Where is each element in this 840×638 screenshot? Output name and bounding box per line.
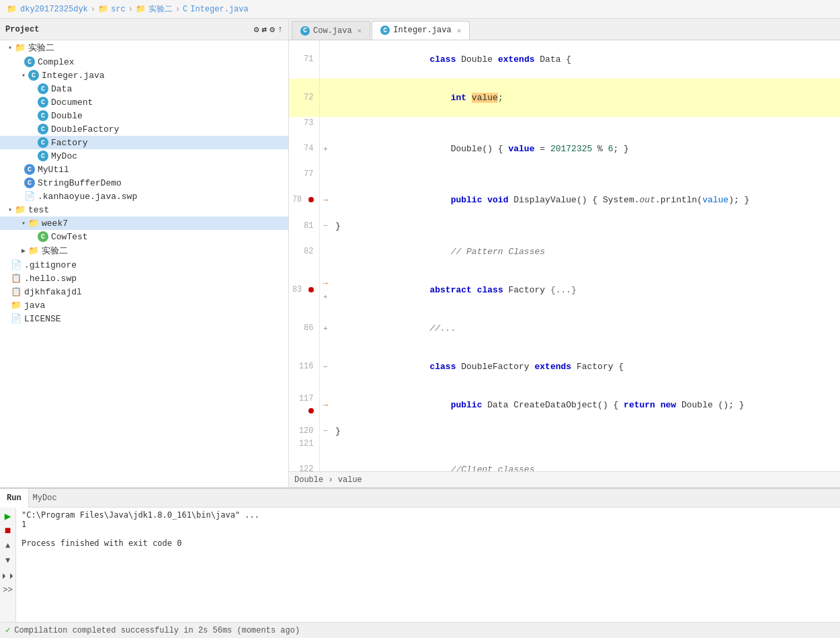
file-icon: 📄 — [11, 313, 22, 324]
expand-icon-83[interactable]: + — [323, 293, 328, 301]
sidebar-header: Project ⚙ ⇄ ⚙ ↑ — [0, 19, 288, 40]
breadcrumb-folder-icon-2: 📁 — [98, 4, 108, 14]
scroll-down-button[interactable]: ▼ — [2, 555, 14, 567]
run-panel-tabs: Run MyDoc — [0, 489, 61, 508]
file-icon: 📁 — [11, 300, 22, 311]
tree-item[interactable]: C StringBufferDemo — [0, 176, 288, 190]
breadcrumb-item-3[interactable]: 实验二 — [149, 3, 173, 15]
rerun-button[interactable]: ⏵⏵ — [2, 569, 14, 582]
code-line-73: 73 — [289, 117, 840, 130]
breadcrumb-item-4[interactable]: Integer.java — [190, 5, 248, 14]
console-output: "C:\Program Files\Java\jdk1.8.0_161\bin\… — [16, 508, 840, 622]
breadcrumb-item-2[interactable]: src — [111, 5, 126, 14]
tree-item[interactable]: C Complex — [0, 55, 288, 69]
breakpoint-dot-83 — [308, 287, 314, 292]
tree-item-test[interactable]: ▾ 📁 test — [0, 203, 288, 216]
file-icon: 📋 — [11, 273, 22, 284]
status-bar: ✓ Compilation completed successfully in … — [0, 622, 840, 638]
code-line-71: 71 class Double extends Data { — [289, 40, 840, 79]
console-body: ▶ ■ ▲ ▼ ⏵⏵ >> "C:\Program Files\Java\jdk… — [0, 508, 840, 622]
tree-item[interactable]: 📄 .gitignore — [0, 258, 288, 272]
tab-bar: C Cow.java ✕ C Integer.java ✕ — [289, 19, 840, 40]
breakpoint-dot-117 — [308, 408, 314, 413]
code-line-116: 116 − class DoubleFactory extends Factor… — [289, 348, 840, 386]
folder-icon: 📁 — [15, 204, 26, 215]
scroll-up-button[interactable]: ▲ — [2, 540, 14, 552]
tree-item[interactable]: C MyDoc — [0, 149, 288, 163]
code-line-82: 82 // Pattern Classes — [289, 233, 840, 271]
tree-item[interactable]: C Data — [0, 82, 288, 95]
run-stop-button[interactable]: ■ — [2, 525, 14, 537]
tab-integer[interactable]: C Integer.java ✕ — [372, 21, 470, 40]
debug-arrow: → — [323, 196, 328, 205]
run-play-button[interactable]: ▶ — [2, 510, 14, 522]
editor-breadcrumb: Double › value — [289, 471, 840, 487]
expand-icon[interactable]: + — [323, 145, 328, 153]
tree-item-cowtest[interactable]: C CowTest — [0, 230, 288, 243]
tree-item[interactable]: ▾ 📁 实验二 — [0, 40, 288, 55]
code-line-78: 78 → public void DisplayValue() { System… — [289, 181, 840, 219]
collapse-icon[interactable]: ↑ — [278, 24, 283, 35]
code-editor[interactable]: 71 class Double extends Data { 72 — [289, 40, 840, 471]
tab-cow[interactable]: C Cow.java ✕ — [292, 21, 370, 40]
tree-item[interactable]: ▾ C Integer.java — [0, 69, 288, 82]
sidebar: Project ⚙ ⇄ ⚙ ↑ ▾ 📁 实验二 C — [0, 19, 289, 487]
tree-item[interactable]: C Document — [0, 95, 288, 109]
tab-close-cow[interactable]: ✕ — [358, 26, 362, 35]
tree-item-factory[interactable]: C Factory — [0, 136, 288, 149]
file-icon: 📄 — [24, 191, 35, 202]
breadcrumb-folder-icon-3: 📁 — [136, 4, 146, 14]
output-line-3 — [22, 529, 835, 539]
tree-item[interactable]: 📋 djkhfakajdl — [0, 285, 288, 298]
code-line-72: 72 int value; — [289, 79, 840, 117]
output-line-1: "C:\Program Files\Java\jdk1.8.0_161\bin\… — [22, 510, 835, 520]
code-line-122: 122 //Client classes — [289, 450, 840, 471]
folder-icon: 📁 — [28, 218, 39, 229]
breadcrumb-item-file: C — [183, 5, 187, 14]
tree-item[interactable]: C Double — [0, 109, 288, 122]
bottom-panel: Run MyDoc ▶ ■ ▲ ▼ ⏵⏵ >> "C:\Program File… — [0, 487, 840, 622]
tab-close-integer[interactable]: ✕ — [457, 26, 462, 35]
breakpoint-dot — [308, 197, 314, 202]
expand-icon-86[interactable]: + — [323, 325, 328, 333]
file-icon: 📋 — [11, 286, 22, 297]
more-button[interactable]: >> — [2, 584, 14, 596]
code-line-83: 83 → + abstract class Factory {...} — [289, 271, 840, 309]
breadcrumb-item-1[interactable]: dky20172325dyk — [20, 5, 88, 14]
debug-arrow-117: → — [323, 401, 328, 410]
status-check-icon: ✓ — [5, 625, 10, 635]
code-line-86: 86 + //... — [289, 309, 840, 348]
tree-item[interactable]: 📄 LICENSE — [0, 312, 288, 325]
code-line-121: 121 — [289, 438, 840, 450]
code-table: 71 class Double extends Data { 72 — [289, 40, 840, 471]
collapse-icon[interactable]: − — [323, 222, 328, 230]
tree-item[interactable]: 📋 .hello.swp — [0, 272, 288, 285]
settings-icon[interactable]: ⚙ — [269, 24, 275, 35]
code-line-74: 74 + Double() { value = 20172325 % 6; } — [289, 130, 840, 168]
status-message: Compilation completed successfully in 2s… — [14, 626, 300, 635]
collapse-icon-120[interactable]: − — [323, 427, 328, 435]
breadcrumb-folder-icon: 📁 — [7, 4, 17, 14]
output-line-2: 1 — [22, 520, 835, 529]
tree-item[interactable]: C DoubleFactory — [0, 122, 288, 136]
gear-icon[interactable]: ⚙ — [254, 24, 259, 35]
tree-item[interactable]: ▶ 📁 实验二 — [0, 243, 288, 258]
tree-item[interactable]: C MyUtil — [0, 163, 288, 176]
tree-item[interactable]: ▾ 📁 week7 — [0, 216, 288, 230]
debug-arrow-83: → — [323, 279, 327, 288]
breadcrumb-bar: 📁 dky20172325dyk › 📁 src › 📁 实验二 › C Int… — [0, 0, 840, 19]
expand-icon-116[interactable]: − — [323, 363, 328, 371]
tree-item[interactable]: 📁 java — [0, 298, 288, 312]
output-line-4: Process finished with exit code 0 — [22, 539, 835, 548]
code-line-117: 117 → public Data CreateDataObject() { r… — [289, 386, 840, 424]
code-line-77: 77 — [289, 168, 840, 181]
file-icon: 📄 — [11, 260, 22, 270]
folder-icon: 📁 — [15, 42, 26, 53]
sync-icon[interactable]: ⇄ — [262, 24, 267, 35]
folder-icon: 📁 — [28, 245, 39, 256]
tree-item[interactable]: 📄 .kanhaoyue.java.swp — [0, 190, 288, 203]
run-toolbar: ▶ ■ ▲ ▼ ⏵⏵ >> — [0, 508, 16, 622]
code-line-120: 120 − } — [289, 424, 840, 438]
editor-area: C Cow.java ✕ C Integer.java ✕ — [289, 19, 840, 487]
run-tab[interactable]: Run — [0, 489, 29, 508]
